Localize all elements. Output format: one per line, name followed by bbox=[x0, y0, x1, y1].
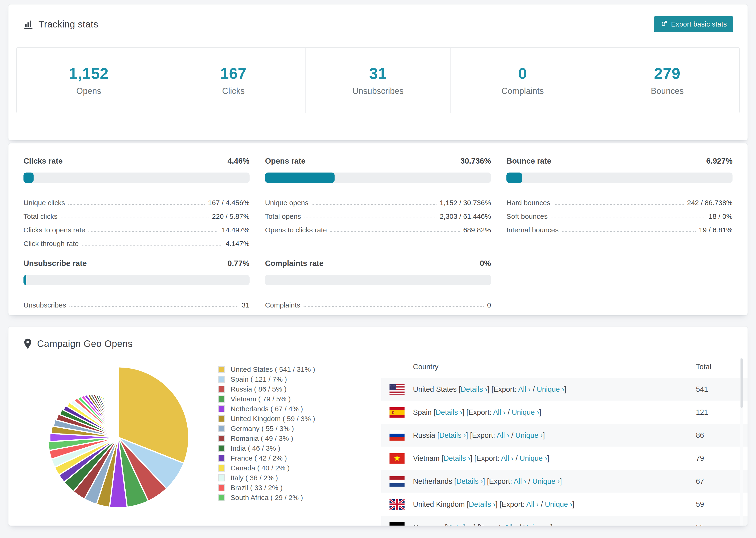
legend-label: Russia ( 86 / 5% ) bbox=[231, 385, 287, 393]
table-scrollbar[interactable] bbox=[740, 358, 743, 525]
rate-title: Clicks rate bbox=[24, 157, 63, 166]
dotted-leader bbox=[61, 218, 208, 218]
bracket: ] bbox=[543, 431, 545, 439]
export-unique-link[interactable]: Unique › bbox=[523, 523, 551, 526]
rate-detail-value: 18 / 0% bbox=[709, 212, 732, 220]
campaign-geo-opens-card: Campaign Geo Opens United States ( 541 /… bbox=[8, 326, 748, 526]
export-unique-link[interactable]: Unique › bbox=[545, 500, 572, 509]
rate-detail-label: Complaints bbox=[265, 301, 300, 309]
legend-swatch bbox=[218, 415, 225, 422]
summary-stat-label: Bounces bbox=[651, 86, 684, 96]
flag-es-icon bbox=[390, 407, 405, 418]
export-all-link[interactable]: All › bbox=[493, 408, 506, 416]
rates-card: Clicks rate 4.46% Unique clicks 167 / 4.… bbox=[8, 143, 748, 315]
details-link[interactable]: Details › bbox=[436, 408, 462, 416]
export-unique-link[interactable]: Unique › bbox=[519, 454, 547, 462]
bar-chart-icon bbox=[23, 19, 34, 29]
legend-swatch bbox=[218, 425, 225, 432]
export-label: ] [Export: bbox=[473, 523, 504, 526]
legend-item[interactable]: Russia ( 86 / 5% ) bbox=[218, 384, 359, 394]
rate-detail-value: 167 / 4.456% bbox=[208, 199, 249, 207]
bracket: [ bbox=[467, 500, 469, 509]
export-unique-link[interactable]: Unique › bbox=[532, 477, 560, 485]
details-link[interactable]: Details › bbox=[456, 477, 483, 485]
legend-item[interactable]: Netherlands ( 67 / 4% ) bbox=[218, 404, 359, 414]
country-name: United Kingdom bbox=[413, 500, 467, 509]
page-title: Tracking stats bbox=[23, 19, 98, 29]
export-unique-link[interactable]: Unique › bbox=[537, 385, 564, 394]
legend-item[interactable]: France ( 42 / 2% ) bbox=[218, 453, 359, 463]
export-all-link[interactable]: All › bbox=[518, 385, 531, 394]
summary-stat-cell: 1,152 Opens bbox=[17, 48, 161, 113]
rate-detail-row: Internal bounces 19 / 6.81% bbox=[507, 220, 732, 234]
rate-detail-row: Unsubscribes 31 bbox=[24, 296, 249, 309]
flag-ru-icon bbox=[390, 430, 405, 441]
export-unique-link[interactable]: Unique › bbox=[515, 431, 543, 439]
rate-progress-track bbox=[265, 173, 491, 183]
details-link[interactable]: Details › bbox=[439, 431, 466, 439]
export-all-link[interactable]: All › bbox=[501, 454, 513, 462]
details-link[interactable]: Details › bbox=[469, 500, 496, 509]
legend-item[interactable]: Vietnam ( 79 / 5% ) bbox=[218, 394, 359, 404]
export-unique-link[interactable]: Unique › bbox=[512, 408, 539, 416]
country-cell-text: Vietnam [Details ›] [Export: All › / Uni… bbox=[413, 454, 549, 463]
table-row: United Kingdom [Details ›] [Export: All … bbox=[381, 493, 747, 516]
details-link[interactable]: Details › bbox=[447, 523, 474, 526]
slash: / bbox=[526, 477, 532, 485]
legend-item[interactable]: South Africa ( 29 / 2% ) bbox=[218, 493, 359, 503]
slash: / bbox=[513, 454, 519, 462]
legend-swatch bbox=[218, 366, 225, 373]
dotted-leader bbox=[312, 204, 436, 205]
dotted-leader bbox=[554, 204, 684, 205]
export-all-link[interactable]: All › bbox=[497, 431, 509, 439]
legend-swatch bbox=[218, 386, 225, 393]
legend-swatch bbox=[218, 494, 225, 501]
rate-detail-row: Unique clicks 167 / 4.456% bbox=[24, 193, 249, 207]
slash: / bbox=[531, 385, 537, 394]
legend-label: Romania ( 49 / 3% ) bbox=[231, 435, 293, 443]
rate-block: Clicks rate 4.46% Unique clicks 167 / 4.… bbox=[24, 157, 249, 248]
country-name: United States bbox=[413, 385, 459, 394]
tracking-stats-header: Tracking stats Export basic stats bbox=[9, 4, 747, 32]
legend-item[interactable]: Italy ( 36 / 2% ) bbox=[218, 473, 359, 483]
summary-stat-cell: 167 Clicks bbox=[161, 48, 306, 113]
legend-item[interactable]: Spain ( 121 / 7% ) bbox=[218, 374, 359, 384]
rate-value: 0.77% bbox=[228, 259, 249, 268]
rate-detail-value: 14.497% bbox=[222, 226, 249, 234]
legend-item[interactable]: Brazil ( 33 / 2% ) bbox=[218, 483, 359, 493]
legend-swatch bbox=[218, 484, 225, 491]
rate-detail-label: Total clicks bbox=[24, 212, 58, 220]
legend-label: Italy ( 36 / 2% ) bbox=[231, 474, 278, 482]
table-row: Spain [Details ›] [Export: All › / Uniqu… bbox=[381, 401, 747, 424]
legend-item[interactable]: Germany ( 55 / 3% ) bbox=[218, 424, 359, 434]
summary-stat-label: Complaints bbox=[502, 86, 544, 96]
legend-item[interactable]: India ( 46 / 3% ) bbox=[218, 443, 359, 453]
rate-detail-value: 2,303 / 61.446% bbox=[440, 212, 491, 220]
legend-item[interactable]: Canada ( 40 / 2% ) bbox=[218, 463, 359, 473]
dotted-leader bbox=[303, 306, 484, 307]
bracket: ] bbox=[572, 500, 574, 509]
details-link[interactable]: Details › bbox=[444, 454, 470, 462]
legend-item[interactable]: Romania ( 49 / 3% ) bbox=[218, 434, 359, 443]
legend-item[interactable]: United Kingdom ( 59 / 3% ) bbox=[218, 414, 359, 424]
summary-stat-label: Opens bbox=[76, 86, 101, 96]
rate-value: 4.46% bbox=[228, 157, 249, 166]
dotted-leader bbox=[82, 245, 222, 245]
legend-item[interactable]: United States ( 541 / 31% ) bbox=[218, 364, 359, 374]
export-all-link[interactable]: All › bbox=[514, 477, 526, 485]
country-cell-text: Netherlands [Details ›] [Export: All › /… bbox=[413, 477, 562, 486]
rate-block: Unsubscribe rate 0.77% Unsubscribes 31 bbox=[24, 259, 249, 309]
summary-stat-label: Clicks bbox=[222, 86, 244, 96]
table-scrollbar-thumb[interactable] bbox=[740, 358, 743, 408]
export-label: ] [Export: bbox=[466, 431, 497, 439]
export-all-link[interactable]: All › bbox=[526, 500, 539, 509]
legend-swatch bbox=[218, 474, 225, 481]
rate-detail-row: Total clicks 220 / 5.87% bbox=[24, 207, 249, 220]
export-all-link[interactable]: All › bbox=[504, 523, 517, 526]
legend-label: India ( 46 / 3% ) bbox=[231, 444, 280, 452]
table-header-row: Country Total bbox=[381, 356, 747, 378]
legend-label: Spain ( 121 / 7% ) bbox=[231, 375, 287, 383]
export-basic-stats-button[interactable]: Export basic stats bbox=[654, 16, 733, 32]
details-link[interactable]: Details › bbox=[460, 385, 487, 394]
flag-de-icon bbox=[390, 522, 405, 526]
